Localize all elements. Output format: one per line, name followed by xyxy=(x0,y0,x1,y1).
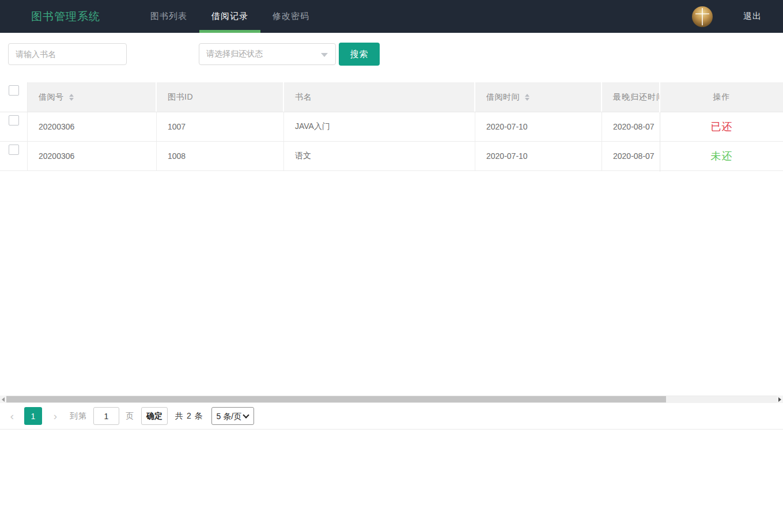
cell-book-name: 语文 xyxy=(284,142,475,170)
sort-icon[interactable] xyxy=(69,94,74,101)
pagination-bar: ‹ 1 › 到第 页 确定 共 2 条 5 条/页 xyxy=(0,403,783,430)
status-not-returned-link[interactable]: 未还 xyxy=(660,142,783,171)
total-count-label: 共 2 条 xyxy=(175,411,203,421)
row-checkbox[interactable] xyxy=(9,145,19,155)
current-page-button[interactable]: 1 xyxy=(24,407,42,425)
nav-tab-change-password[interactable]: 修改密码 xyxy=(260,0,321,33)
nav-tab-book-list[interactable]: 图书列表 xyxy=(138,0,199,33)
column-header-operation: 操作 xyxy=(660,82,783,112)
operation-fixed-column: 操作 已还 未还 xyxy=(660,82,783,172)
return-status-placeholder: 请选择归还状态 xyxy=(206,49,263,59)
logout-button[interactable]: 退出 xyxy=(743,11,762,22)
cell-book-name: JAVA入门 xyxy=(284,112,475,141)
cell-borrow-time: 2020-07-10 xyxy=(475,142,602,170)
column-header-borrow-time[interactable]: 借阅时间 xyxy=(475,82,602,112)
next-page-button[interactable]: › xyxy=(51,411,59,421)
nav-tab-borrow-records[interactable]: 借阅记录 xyxy=(199,0,260,33)
cell-borrow-id: 20200306 xyxy=(28,142,157,170)
caret-down-icon xyxy=(321,53,328,57)
page-size-select-wrap: 5 条/页 xyxy=(211,407,254,425)
goto-page-label: 到第 xyxy=(70,411,87,421)
cell-book-id: 1007 xyxy=(157,112,284,141)
column-header-book-id: 图书ID xyxy=(157,82,284,112)
scrollbar-thumb[interactable] xyxy=(6,396,666,402)
cell-book-id: 1008 xyxy=(157,142,284,170)
prev-page-button[interactable]: ‹ xyxy=(8,411,16,421)
horizontal-scrollbar xyxy=(0,395,783,403)
column-header-book-name: 书名 xyxy=(284,82,475,112)
status-returned-link[interactable]: 已还 xyxy=(660,112,783,142)
page-size-select[interactable]: 5 条/页 xyxy=(211,407,254,425)
row-checkbox[interactable] xyxy=(9,115,19,126)
page-unit-label: 页 xyxy=(126,411,134,421)
brand-title: 图书管理系统 xyxy=(31,0,100,33)
search-bar: 请选择归还状态 搜索 xyxy=(0,33,783,82)
row-select-cell xyxy=(0,142,28,170)
confirm-button[interactable]: 确定 xyxy=(141,407,168,425)
user-avatar[interactable] xyxy=(692,6,713,27)
select-all-cell xyxy=(0,82,28,112)
navbar-right: 退出 xyxy=(692,0,783,33)
column-header-borrow-id[interactable]: 借阅号 xyxy=(28,82,157,112)
scrollbar-left-arrow-icon[interactable] xyxy=(0,396,6,403)
book-name-input[interactable] xyxy=(8,43,127,65)
cell-borrow-time: 2020-07-10 xyxy=(475,112,602,141)
scrollbar-right-arrow-icon[interactable] xyxy=(777,396,783,403)
nav-tabs: 图书列表 借阅记录 修改密码 xyxy=(138,0,321,33)
app-navbar: 图书管理系统 图书列表 借阅记录 修改密码 退出 xyxy=(0,0,783,33)
borrow-records-table: 借阅号 图书ID 书名 借阅时间 最晚归还时间 20200306 1007 JA… xyxy=(0,82,783,171)
search-button[interactable]: 搜索 xyxy=(339,43,380,66)
page-number-input[interactable] xyxy=(93,407,119,425)
cell-borrow-id: 20200306 xyxy=(28,112,157,141)
row-select-cell xyxy=(0,112,28,141)
sort-icon[interactable] xyxy=(525,94,529,101)
empty-area xyxy=(0,171,783,395)
return-status-select[interactable]: 请选择归还状态 xyxy=(199,43,336,65)
select-all-checkbox[interactable] xyxy=(9,85,19,96)
